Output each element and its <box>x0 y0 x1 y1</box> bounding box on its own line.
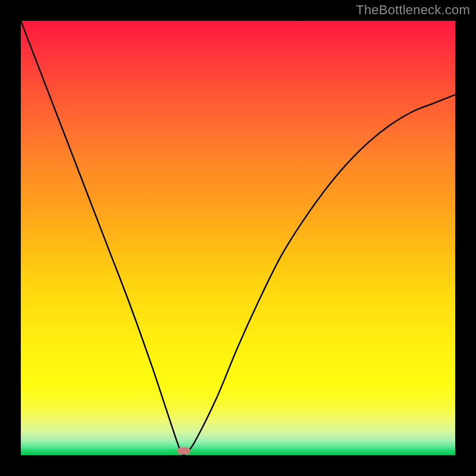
minimum-marker <box>177 447 190 455</box>
curve-line <box>21 21 455 455</box>
watermark-text: TheBottleneck.com <box>356 2 470 18</box>
bottleneck-curve <box>21 21 455 455</box>
plot-area <box>21 21 455 455</box>
